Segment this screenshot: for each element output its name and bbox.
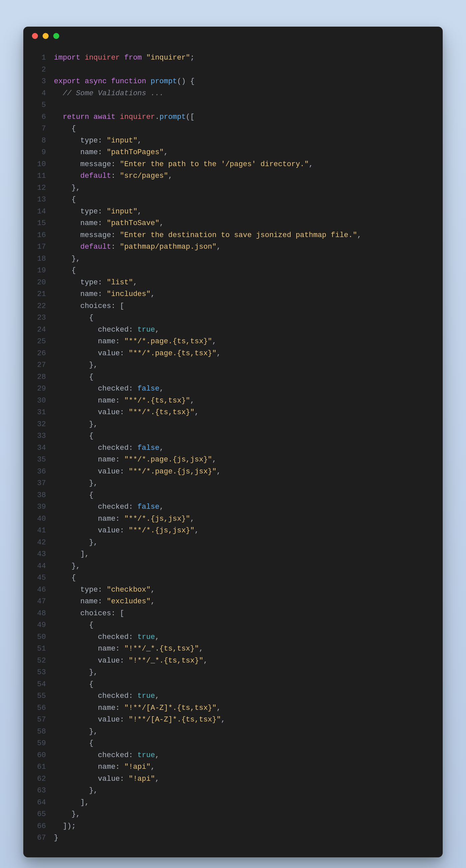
- code-line: value: "**/*.{ts,tsx}",: [54, 406, 433, 418]
- line-number: 29: [30, 383, 46, 395]
- code-token: [54, 503, 98, 511]
- code-line: name: "!api",: [54, 761, 433, 773]
- code-token: },: [54, 538, 98, 547]
- code-line: checked: false,: [54, 383, 433, 395]
- code-token: export: [54, 77, 85, 86]
- code-token: :: [128, 751, 137, 760]
- code-token: [54, 633, 98, 641]
- code-token: [54, 704, 98, 712]
- code-token: [54, 113, 63, 121]
- code-token: [54, 444, 98, 452]
- code-token: ,: [155, 751, 159, 760]
- code-token: },: [54, 810, 80, 818]
- code-line: export async function prompt() {: [54, 75, 433, 88]
- line-number: 23: [30, 312, 46, 324]
- code-token: :: [98, 208, 106, 216]
- code-line: return await inquirer.prompt([: [54, 111, 433, 123]
- code-token: : [: [111, 302, 124, 310]
- code-token: value: [98, 526, 120, 535]
- close-icon[interactable]: [32, 33, 38, 39]
- code-token: function: [111, 77, 151, 86]
- line-number: 38: [30, 490, 46, 501]
- code-token: ,: [199, 645, 204, 653]
- line-number: 49: [30, 619, 46, 631]
- code-token: return: [63, 113, 93, 121]
- code-token: ([: [186, 113, 194, 121]
- code-line: {: [54, 738, 433, 749]
- code-line: name: "**/*.{ts,tsx}",: [54, 395, 433, 407]
- code-line: name: "**/*.{js,jsx}",: [54, 513, 433, 525]
- code-line: },: [54, 182, 433, 194]
- line-number: 12: [30, 182, 46, 194]
- code-line: name: "pathToSave",: [54, 217, 433, 229]
- line-number: 20: [30, 277, 46, 289]
- code-token: [54, 692, 98, 700]
- code-token: name: [98, 456, 116, 464]
- code-token: :: [116, 515, 124, 523]
- code-token: false: [137, 384, 159, 393]
- code-token: true: [137, 692, 155, 700]
- line-number: 53: [30, 666, 46, 679]
- code-token: value: [98, 657, 120, 665]
- line-number: 28: [30, 371, 46, 383]
- code-line: },: [54, 560, 433, 572]
- line-number: 44: [30, 560, 46, 572]
- code-token: [54, 763, 98, 771]
- code-line: checked: true,: [54, 324, 433, 336]
- line-number: 40: [30, 513, 46, 525]
- code-token: name: [98, 397, 116, 405]
- line-number: 21: [30, 288, 46, 300]
- code-token: checked: [98, 503, 128, 511]
- code-line: ],: [54, 797, 433, 809]
- code-token: type: [80, 136, 98, 145]
- line-number: 15: [30, 217, 46, 229]
- code-token: :: [116, 645, 124, 653]
- code-token: value: [98, 715, 120, 724]
- code-line: name: "excludes",: [54, 596, 433, 608]
- code-token: ,: [217, 349, 221, 358]
- code-token: :: [120, 715, 128, 724]
- line-number: 67: [30, 832, 46, 844]
- code-token: default: [80, 172, 111, 180]
- code-line: // Some Validations ...: [54, 88, 433, 99]
- code-token: // Some Validations ...: [63, 89, 164, 98]
- minimize-icon[interactable]: [42, 33, 49, 39]
- zoom-icon[interactable]: [53, 33, 59, 39]
- line-number: 64: [30, 797, 46, 809]
- line-number: 19: [30, 265, 46, 277]
- code-line: name: "**/*.page.{js,jsx}",: [54, 454, 433, 466]
- code-token: "!api": [124, 763, 151, 771]
- line-number: 43: [30, 548, 46, 560]
- code-token: "pathToPages": [106, 148, 164, 156]
- code-token: "!**/_*.{ts,tsx}": [128, 657, 203, 665]
- code-token: await: [94, 113, 120, 121]
- code-token: [54, 231, 80, 239]
- code-token: "list": [106, 278, 133, 287]
- code-line: [54, 99, 433, 111]
- code-token: inquirer: [85, 54, 124, 62]
- code-line: value: "!**/_*.{ts,tsx}",: [54, 655, 433, 667]
- code-line: }: [54, 832, 433, 844]
- code-token: checked: [98, 384, 128, 393]
- code-line: name: "pathToPages",: [54, 147, 433, 158]
- code-token: {: [54, 491, 94, 499]
- line-number: 36: [30, 466, 46, 478]
- line-number: 66: [30, 820, 46, 832]
- line-number: 1: [30, 52, 46, 64]
- code-token: false: [137, 503, 159, 511]
- code-token: ,: [151, 763, 155, 771]
- code-token: "**/*.{js,jsx}": [128, 526, 194, 535]
- line-number: 25: [30, 336, 46, 348]
- code-line: {: [54, 572, 433, 584]
- line-number: 41: [30, 525, 46, 537]
- code-token: [54, 384, 98, 393]
- code-line: name: "**/*.page.{ts,tsx}",: [54, 336, 433, 348]
- code-token: ,: [195, 526, 199, 535]
- code-token: ,: [155, 692, 159, 700]
- code-line: value: "**/*.{js,jsx}",: [54, 525, 433, 537]
- code-token: name: [80, 219, 98, 227]
- line-number: 47: [30, 596, 46, 608]
- code-token: :: [128, 503, 137, 511]
- code-token: :: [128, 692, 137, 700]
- code-token: :: [98, 278, 106, 287]
